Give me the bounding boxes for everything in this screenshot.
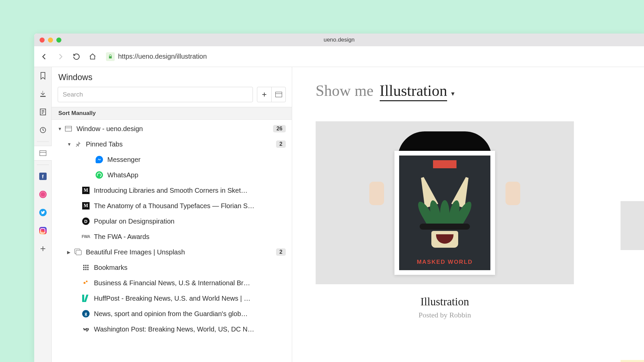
tab-item[interactable]: Messenger	[52, 152, 292, 167]
reload-icon	[73, 53, 80, 60]
post-byline: Posted by Robbin	[316, 311, 574, 319]
tab-label: The Anatomy of a Thousand Typefaces — Fl…	[94, 202, 286, 210]
messenger-icon	[95, 156, 103, 164]
tab-label: Popular on Designspiration	[94, 218, 286, 225]
guardian-icon: g	[82, 310, 90, 318]
tab-item[interactable]: Business & Financial News, U.S & Interna…	[52, 275, 292, 291]
rail-windows-icon[interactable]	[38, 148, 48, 158]
home-button[interactable]	[87, 51, 99, 63]
window-label: Window - ueno.design	[76, 125, 270, 133]
medium-icon: M	[82, 202, 90, 210]
icon-rail: f	[34, 67, 52, 362]
window-title: ueno.design	[324, 37, 355, 43]
rail-add-button[interactable]	[38, 244, 48, 253]
designspiration-icon: D	[82, 217, 90, 225]
showme-category: Illustration	[380, 82, 447, 101]
chevron-down-icon: ▼	[67, 142, 72, 147]
browser-toolbar: https://ueno.design/illustration	[34, 46, 644, 67]
tab-label: Business & Financial News, U.S & Interna…	[94, 279, 286, 287]
poster-illustration: MASKED WORLD	[394, 151, 495, 275]
pinned-tabs-row[interactable]: ▼ Pinned Tabs 2	[52, 136, 292, 152]
tab-label: Bookmarks	[94, 264, 286, 272]
tab-item[interactable]: HuffPost - Breaking News, U.S. and World…	[52, 291, 292, 306]
rail-bookmarks-icon[interactable]	[38, 71, 48, 80]
chevron-down-icon: ▼	[58, 126, 63, 131]
pinned-label: Pinned Tabs	[86, 140, 273, 148]
tab-group-item[interactable]: ▶ Beautiful Free Images | Unsplash 2	[52, 244, 292, 260]
caret-down-icon: ▾	[451, 89, 454, 98]
tab-label: The FWA - Awards	[94, 233, 286, 241]
rail-downloads-icon[interactable]	[38, 89, 48, 99]
new-window-button[interactable]	[257, 87, 286, 102]
tab-item[interactable]: wp Washington Post: Breaking News, World…	[52, 321, 292, 337]
search-input[interactable]	[58, 87, 253, 102]
rail-twitter-icon[interactable]	[38, 208, 48, 217]
minimize-window-button[interactable]	[48, 38, 53, 43]
rail-history-icon[interactable]	[38, 125, 48, 135]
svg-rect-0	[40, 96, 46, 97]
poster-title: MASKED WORLD	[417, 259, 473, 265]
grid-icon	[82, 263, 90, 272]
window-controls	[40, 38, 61, 43]
post-image: MASKED WORLD	[316, 121, 574, 284]
fwa-icon: FWA	[82, 233, 90, 241]
rail-facebook-icon[interactable]: f	[38, 172, 48, 181]
tab-item[interactable]: g News, sport and opinion from the Guard…	[52, 306, 292, 321]
reload-button[interactable]	[70, 51, 83, 63]
rail-dribbble-icon[interactable]	[38, 190, 48, 199]
tab-label: News, sport and opinion from the Guardia…	[94, 310, 286, 318]
window-tree: ▼ Window - ueno.design 26 ▼ Pinned Tabs …	[52, 120, 292, 362]
chevron-right-icon	[57, 53, 64, 60]
huffpost-icon	[82, 294, 90, 302]
url-text: https://ueno.design/illustration	[118, 53, 207, 60]
tab-item[interactable]: FWA The FWA - Awards	[52, 229, 292, 244]
chevron-right-icon: ▶	[67, 250, 72, 255]
rail-instagram-icon[interactable]	[38, 226, 48, 235]
adjacent-card-preview[interactable]	[621, 360, 644, 362]
stack-icon	[74, 248, 82, 256]
tab-item[interactable]: M The Anatomy of a Thousand Typefaces — …	[52, 198, 292, 214]
plus-icon	[257, 87, 271, 102]
tab-label: Introducing Libraries and Smooth Corners…	[94, 187, 286, 194]
sidebar-title: Windows	[52, 67, 292, 87]
post-card[interactable]: MASKED WORLD Illustration Posted by Robb…	[316, 121, 574, 319]
adjacent-card-preview[interactable]	[621, 201, 644, 250]
pin-icon	[74, 140, 82, 148]
window-icon	[64, 125, 72, 133]
forward-button[interactable]	[54, 51, 66, 63]
pinned-count-badge: 2	[276, 140, 286, 148]
rail-reader-icon[interactable]	[38, 107, 48, 117]
group-count-badge: 2	[276, 248, 286, 256]
reuters-icon	[82, 279, 90, 287]
titlebar: ueno.design	[34, 34, 644, 46]
sidebar-panel: Windows Sort Manually ▼ Window - ueno.de…	[52, 67, 292, 362]
tab-item[interactable]: WhatsApp	[52, 167, 292, 183]
tab-label: HuffPost - Breaking News, U.S. and World…	[94, 295, 286, 302]
tab-label: Messenger	[107, 156, 286, 164]
tab-label: WhatsApp	[107, 171, 286, 179]
browser-window: ueno.design https://ueno.design/illustra…	[34, 34, 644, 362]
tab-item[interactable]: D Popular on Designspiration	[52, 214, 292, 229]
tab-item[interactable]: M Introducing Libraries and Smooth Corne…	[52, 183, 292, 198]
post-title: Illustration	[316, 296, 574, 308]
whatsapp-icon	[95, 171, 103, 179]
sort-mode-label[interactable]: Sort Manually	[52, 107, 292, 120]
zoom-window-button[interactable]	[56, 38, 61, 43]
page-content: Show me Illustration ▾	[292, 67, 644, 362]
window-icon	[271, 87, 285, 102]
secure-lock-icon	[106, 52, 115, 61]
wapo-icon: wp	[82, 325, 90, 333]
showme-prefix: Show me	[316, 82, 374, 100]
back-button[interactable]	[38, 51, 50, 63]
close-window-button[interactable]	[40, 38, 45, 43]
window-row[interactable]: ▼ Window - ueno.design 26	[52, 121, 292, 136]
address-bar[interactable]: https://ueno.design/illustration	[103, 50, 640, 63]
medium-icon: M	[82, 186, 90, 194]
chevron-left-icon	[41, 53, 48, 60]
tab-label: Beautiful Free Images | Unsplash	[86, 248, 273, 256]
tab-count-badge: 26	[273, 125, 286, 132]
home-icon	[89, 53, 96, 60]
category-selector[interactable]: Show me Illustration ▾	[316, 82, 621, 101]
tab-label: Washington Post: Breaking News, World, U…	[94, 325, 286, 333]
tab-item[interactable]: Bookmarks	[52, 260, 292, 275]
